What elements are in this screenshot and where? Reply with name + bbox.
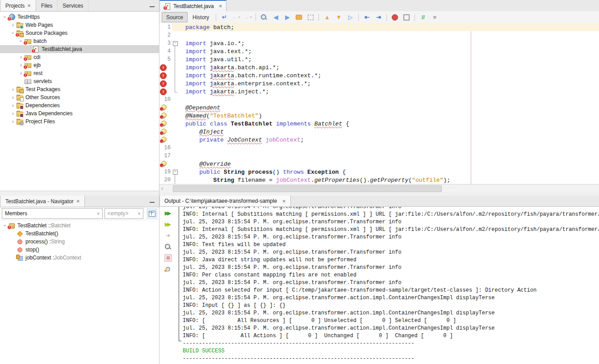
show-columns-button[interactable]	[147, 209, 157, 218]
tree-item-batch[interactable]: ›!batch	[0, 37, 159, 45]
find-previous-button[interactable]: ◀	[270, 13, 281, 22]
error-hint-icon[interactable]	[160, 121, 166, 127]
scrollbar-thumb[interactable]	[173, 185, 442, 192]
code-token: import	[185, 72, 206, 79]
error-hint-icon[interactable]	[160, 137, 166, 143]
highlight-matches-button[interactable]	[293, 13, 304, 22]
dropdown-caret-icon[interactable]: ▾	[239, 15, 240, 19]
chevron-collapsed-icon[interactable]: ›	[10, 103, 16, 108]
close-icon[interactable]: ×	[76, 198, 80, 204]
find-next-button[interactable]: ▶	[282, 13, 293, 22]
error-annotation-icon[interactable]: !	[160, 80, 167, 87]
chevron-collapsed-icon[interactable]: ›	[10, 87, 16, 92]
minimize-icon[interactable]	[150, 6, 155, 7]
output-line: INFO: Internal [ Substitions matching [ …	[183, 226, 599, 234]
tree-item-testhttps[interactable]: ›!TestHttps	[0, 13, 159, 21]
previous-bookmark-button[interactable]: ▲	[322, 13, 332, 22]
close-icon[interactable]: ×	[219, 3, 222, 9]
error-annotation-icon[interactable]: !	[160, 72, 167, 79]
uncomment-button[interactable]: ≡	[429, 13, 440, 22]
navigator-item-jobcontext-[interactable]: ›jobContext : JobContext	[0, 254, 159, 262]
tree-item-ejb[interactable]: ›!ejb	[0, 61, 159, 69]
error-hint-icon[interactable]	[160, 161, 166, 167]
tree-item-testbatchlet-java[interactable]: ›!TestBatchlet.java	[0, 45, 159, 53]
code-line: import jakarta.inject.*;	[172, 88, 599, 96]
chevron-expanded-icon[interactable]: ›	[19, 38, 23, 44]
comment-button[interactable]: //	[418, 13, 428, 22]
close-icon[interactable]: ×	[282, 198, 286, 204]
code-text: package batch;	[178, 24, 234, 31]
chevron-collapsed-icon[interactable]: ›	[10, 119, 16, 124]
tab-testbatchlet-java[interactable]: ! TestBatchlet.java ×	[159, 0, 226, 11]
tree-item-java-dependencies[interactable]: ›Java Dependencies	[0, 109, 159, 117]
find-in-output-button[interactable]	[163, 242, 173, 251]
shift-left-button[interactable]: ⇤	[361, 13, 372, 22]
tab-navigator[interactable]: TestBatchlet.java - Navigator ×	[0, 196, 85, 207]
error-hint-icon[interactable]	[160, 129, 166, 135]
tab-output[interactable]: Output - C:\temp\jakartaee-transformed-s…	[159, 196, 291, 206]
fold-column[interactable]: −	[172, 39, 178, 47]
tree-item-other-sources[interactable]: ›Other Sources	[0, 93, 159, 101]
chevron-collapsed-icon[interactable]: ›	[10, 95, 16, 100]
output-log[interactable]: jul. 25, 2023 8:15:54 P. M. org.eclipse.…	[176, 207, 599, 364]
chevron-expanded-icon[interactable]: ›	[11, 30, 15, 36]
history-view-button[interactable]: History	[188, 13, 213, 22]
run-continue-button[interactable]: ➜	[163, 231, 173, 240]
fold-collapse-icon[interactable]: −	[173, 170, 178, 175]
code-editor[interactable]: 12345!!!!1016171920 package batch;−impor…	[159, 23, 599, 184]
tab-files[interactable]: Files	[36, 0, 58, 11]
navigator-item-process-[interactable]: ›process() : String	[0, 238, 159, 246]
toggle-bookmark-button[interactable]: ▷	[345, 13, 356, 22]
rerun-with-params-button[interactable]: ▶▶	[163, 220, 173, 229]
error-annotation-icon[interactable]: !	[160, 64, 167, 71]
stop-macro-button[interactable]	[401, 13, 412, 22]
tree-item-dependencies[interactable]: ›Dependencies	[0, 101, 159, 109]
tree-item-web-pages[interactable]: ›Web Pages	[0, 21, 159, 29]
chevron-expanded-icon[interactable]: ›	[3, 222, 7, 229]
line-number: 2	[168, 32, 171, 38]
dropdown-caret-icon[interactable]: ▾	[250, 15, 252, 19]
tree-item-source-packages[interactable]: ›!Source Packages	[0, 29, 159, 37]
line-number: 3	[168, 40, 171, 46]
chevron-collapsed-icon[interactable]: ›	[10, 23, 16, 27]
editor-gutter[interactable]: 12345!!!!1016171920	[159, 23, 172, 184]
error-hint-icon[interactable]	[160, 105, 166, 111]
rectangular-selection-button[interactable]	[305, 13, 316, 22]
editor-horizontal-scrollbar[interactable]: ›	[159, 184, 599, 192]
tree-item-test-packages[interactable]: ›Test Packages	[0, 85, 159, 93]
back-button[interactable]: ←▾	[230, 13, 241, 22]
code-token	[206, 121, 210, 127]
minimize-icon[interactable]	[150, 202, 155, 203]
tab-projects[interactable]: Projects×	[0, 0, 36, 11]
chevron-collapsed-icon[interactable]: ›	[10, 111, 16, 116]
forward-button[interactable]: →▾	[242, 13, 253, 22]
record-macro-button[interactable]	[390, 13, 400, 22]
tree-item-project-files[interactable]: ›Project Files	[0, 117, 159, 126]
members-filter-select[interactable]: Members ˅	[2, 208, 103, 219]
find-button[interactable]	[259, 13, 269, 22]
fold-collapse-icon[interactable]: −	[173, 41, 178, 46]
source-view-button[interactable]: Source	[162, 12, 188, 22]
jump-last-edit-button[interactable]: ↵	[219, 13, 230, 22]
navigator-item-stop-[interactable]: ›stop()	[0, 246, 159, 254]
shift-right-button[interactable]: ⇥	[373, 13, 384, 22]
tree-item-rest[interactable]: ›!rest	[0, 69, 159, 77]
error-hint-icon[interactable]	[160, 113, 166, 119]
tree-item-cdi[interactable]: ›!cdi	[0, 53, 159, 61]
stop-build-button[interactable]	[163, 253, 173, 263]
tab-services[interactable]: Services	[58, 0, 88, 11]
inherited-filter-select[interactable]: <empty> ˅	[105, 208, 143, 219]
code-token: @Named	[185, 113, 206, 119]
fold-column[interactable]: −	[172, 168, 178, 176]
next-bookmark-button[interactable]: ▼	[333, 13, 344, 22]
tree-item-servlets[interactable]: ›servlets	[0, 77, 159, 85]
error-annotation-icon[interactable]: !	[160, 88, 167, 95]
chevron-expanded-icon[interactable]: ›	[3, 14, 7, 20]
navigator-item-testbatchlet-[interactable]: ›TestBatchlet()	[0, 230, 159, 238]
navigator-item-testbatchlet-[interactable]: ›!TestBatchlet :: Batchlet	[0, 222, 159, 230]
highlight-matches-icon	[296, 15, 302, 20]
grid-badge	[20, 33, 24, 37]
build-settings-button[interactable]: ⚙	[163, 264, 173, 274]
close-icon[interactable]: ×	[27, 3, 31, 8]
rerun-build-button[interactable]: ▶▶	[163, 209, 173, 218]
